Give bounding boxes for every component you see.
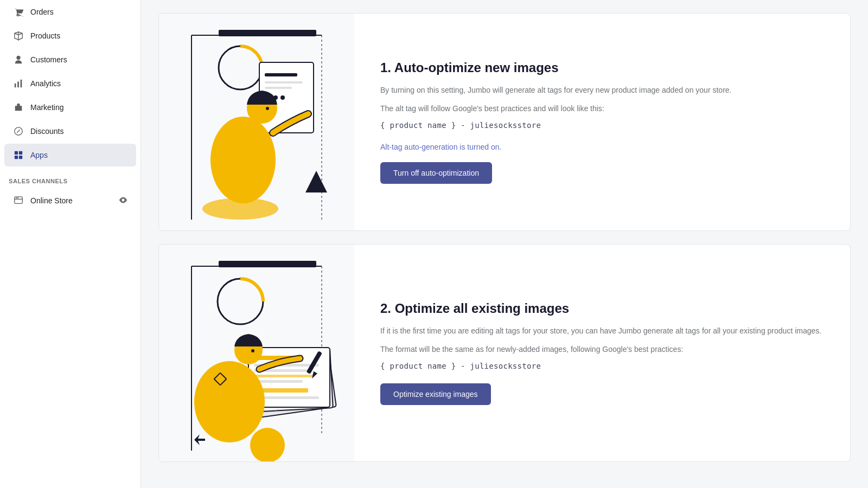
- sidebar-item-discounts[interactable]: Discounts: [4, 120, 136, 143]
- svg-rect-6: [15, 151, 18, 155]
- auto-optimize-card: 1. Auto-optimize new images By turning o…: [158, 13, 851, 231]
- apps-icon: [13, 150, 24, 160]
- svg-point-30: [202, 198, 278, 220]
- svg-rect-8: [15, 156, 18, 159]
- turn-off-auto-optimization-button[interactable]: Turn off auto-optimization: [380, 162, 492, 184]
- optimize-existing-desc1: If it is the first time you are editing …: [380, 325, 824, 337]
- svg-rect-3: [17, 81, 19, 87]
- sidebar-item-online-store[interactable]: Online Store: [4, 189, 136, 212]
- svg-point-26: [210, 117, 276, 203]
- sidebar-item-analytics[interactable]: Analytics: [4, 72, 136, 95]
- svg-point-25: [280, 95, 285, 100]
- svg-rect-17: [219, 30, 316, 36]
- online-store-eye-icon[interactable]: [119, 196, 127, 206]
- add-sales-channel-button[interactable]: [121, 176, 132, 187]
- sidebar-item-orders[interactable]: Orders: [4, 1, 136, 23]
- sidebar: Orders Products Customers Analytics: [0, 0, 141, 488]
- svg-rect-22: [265, 87, 292, 89]
- svg-point-50: [251, 349, 254, 352]
- svg-point-48: [194, 361, 265, 442]
- svg-point-1: [23, 16, 23, 17]
- sidebar-item-customers[interactable]: Customers: [4, 48, 136, 71]
- optimize-existing-desc2: The format will be the same as for newly…: [380, 343, 824, 355]
- sidebar-item-products-label: Products: [30, 31, 60, 40]
- sidebar-item-customers-label: Customers: [30, 55, 67, 64]
- svg-point-12: [18, 198, 18, 198]
- svg-rect-7: [19, 151, 22, 155]
- svg-point-28: [266, 107, 269, 110]
- store-icon: [13, 195, 24, 206]
- customers-icon: [13, 54, 24, 65]
- svg-rect-2: [15, 84, 16, 87]
- svg-rect-21: [265, 81, 303, 84]
- optimize-existing-content: 2. Optimize all existing images If it is…: [354, 245, 850, 461]
- svg-rect-9: [19, 156, 22, 159]
- svg-point-0: [17, 16, 18, 17]
- svg-point-52: [250, 428, 285, 461]
- sales-channels-section-header: SALES CHANNELS: [0, 167, 141, 189]
- main-content: 1. Auto-optimize new images By turning o…: [141, 0, 868, 488]
- analytics-icon: [13, 78, 24, 89]
- optimize-existing-illustration: [159, 245, 354, 461]
- auto-optimize-desc1: By turning on this setting, Jumbo will g…: [380, 84, 824, 96]
- sidebar-item-orders-label: Orders: [30, 8, 54, 16]
- auto-optimize-desc2: The alt tag will follow Google's best pr…: [380, 102, 824, 114]
- svg-rect-43: [254, 380, 303, 383]
- sidebar-item-online-store-label: Online Store: [30, 196, 73, 205]
- auto-optimize-status: Alt-tag auto-generation is turned on.: [380, 143, 824, 151]
- products-icon: [13, 30, 24, 41]
- svg-marker-29: [305, 171, 327, 192]
- sales-channels-label: SALES CHANNELS: [9, 178, 68, 184]
- sidebar-item-analytics-label: Analytics: [30, 79, 61, 88]
- optimize-existing-format: { product name } - juliesocksstore: [380, 362, 824, 370]
- svg-point-11: [16, 198, 17, 198]
- sidebar-item-marketing-label: Marketing: [30, 103, 63, 112]
- sidebar-item-products[interactable]: Products: [4, 24, 136, 47]
- optimize-existing-card: 2. Optimize all existing images If it is…: [158, 244, 851, 462]
- sidebar-item-apps-label: Apps: [30, 151, 48, 159]
- marketing-icon: [13, 102, 24, 113]
- auto-optimize-content: 1. Auto-optimize new images By turning o…: [354, 14, 850, 230]
- svg-point-13: [122, 198, 125, 201]
- sidebar-item-apps[interactable]: Apps: [4, 144, 136, 166]
- discounts-icon: [13, 126, 24, 137]
- svg-rect-34: [219, 261, 316, 267]
- sidebar-item-marketing[interactable]: Marketing: [4, 96, 136, 119]
- auto-optimize-illustration: [159, 14, 354, 230]
- svg-rect-42: [254, 375, 314, 377]
- sidebar-item-discounts-label: Discounts: [30, 127, 63, 136]
- auto-optimize-format: { product name } - juliesocksstore: [380, 121, 824, 130]
- orders-icon: [13, 7, 24, 17]
- svg-rect-4: [21, 80, 22, 87]
- optimize-existing-images-button[interactable]: Optimize existing images: [380, 383, 491, 405]
- auto-optimize-title: 1. Auto-optimize new images: [380, 60, 824, 75]
- optimize-existing-title: 2. Optimize all existing images: [380, 301, 824, 316]
- svg-rect-20: [265, 73, 297, 76]
